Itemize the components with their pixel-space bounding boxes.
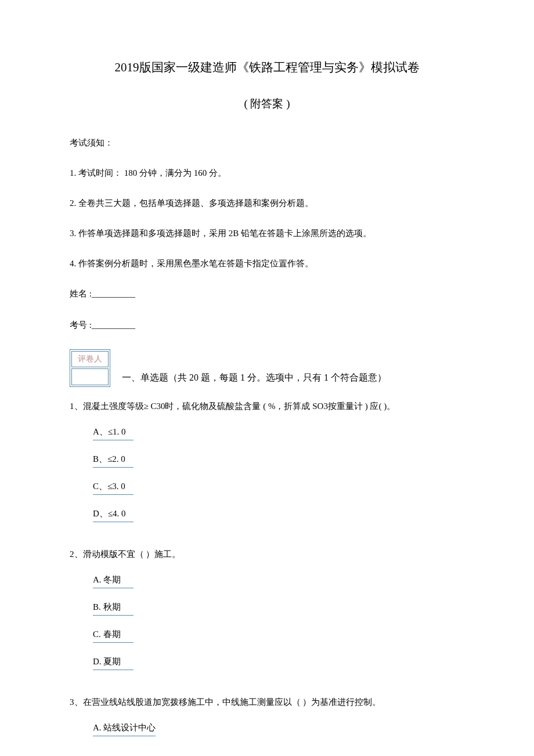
instructions-heading: 考试须知： <box>70 136 464 150</box>
section-heading: 一、单选题（共 20 题，每题 1 分。选项中，只有 1 个符合题意） <box>122 370 387 387</box>
instruction-item: 3. 作答单项选择题和多项选择题时，采用 2B 铅笔在答题卡上涂黑所选的选项。 <box>70 226 464 240</box>
grader-label: 评卷人 <box>71 351 109 367</box>
option-c: C、≤3. 0 <box>93 479 134 495</box>
instruction-item: 1. 考试时间： 180 分钟，满分为 160 分。 <box>70 166 464 180</box>
question-body: 滑动模版不宜（ ）施工。 <box>83 549 181 559</box>
name-field: 姓名 :__________ <box>70 287 464 301</box>
question-number: 3、 <box>70 697 83 707</box>
instruction-item: 2. 全卷共三大题，包括单项选择题、多项选择题和案例分析题。 <box>70 196 464 210</box>
question-block: 3、在营业线站线股道加宽拨移施工中，中线施工测量应以（ ）为基准进行控制。 A.… <box>70 694 464 748</box>
instruction-item: 4. 作答案例分析题时，采用黑色墨水笔在答题卡指定位置作答。 <box>70 256 464 270</box>
question-number: 2、 <box>70 549 83 559</box>
option-c: C. 春期 <box>93 627 134 643</box>
grader-blank <box>71 368 109 385</box>
option-b: B. 秋期 <box>93 600 134 616</box>
question-block: 1、混凝土强度等级≥ C30时，硫化物及硫酸盐含量 ( %，折算成 SO3按重量… <box>70 399 464 534</box>
option-b: B、≤2. 0 <box>93 452 134 468</box>
document-title: 2019版国家一级建造师《铁路工程管理与实务》模拟试卷 <box>70 58 464 78</box>
option-a: A、≤1. 0 <box>93 425 134 440</box>
question-body: 混凝土强度等级≥ C30时，硫化物及硫酸盐含量 ( %，折算成 SO3按重量计 … <box>83 401 396 411</box>
instructions-block: 考试须知： 1. 考试时间： 180 分钟，满分为 160 分。 2. 全卷共三… <box>70 136 464 270</box>
section-header-row: 评卷人 一、单选题（共 20 题，每题 1 分。选项中，只有 1 个符合题意） <box>70 349 464 387</box>
question-body: 在营业线站线股道加宽拨移施工中，中线施工测量应以（ ）为基准进行控制。 <box>83 697 381 707</box>
option-d: D、≤4. 0 <box>93 507 134 522</box>
option-a: A. 站线设计中心 <box>93 721 156 736</box>
question-text: 3、在营业线站线股道加宽拨移施工中，中线施工测量应以（ ）为基准进行控制。 <box>70 694 464 710</box>
option-d: D. 夏期 <box>93 654 134 670</box>
grader-box: 评卷人 <box>70 349 110 387</box>
option-a: A. 冬期 <box>93 573 134 588</box>
question-text: 2、滑动模版不宜（ ）施工。 <box>70 547 464 562</box>
question-block: 2、滑动模版不宜（ ）施工。 A. 冬期 B. 秋期 C. 春期 D. 夏期 <box>70 547 464 682</box>
document-subtitle: ( 附答案 ) <box>70 95 464 113</box>
question-number: 1、 <box>70 401 83 411</box>
exam-number-field: 考号 :__________ <box>70 318 464 332</box>
question-text: 1、混凝土强度等级≥ C30时，硫化物及硫酸盐含量 ( %，折算成 SO3按重量… <box>70 399 464 414</box>
